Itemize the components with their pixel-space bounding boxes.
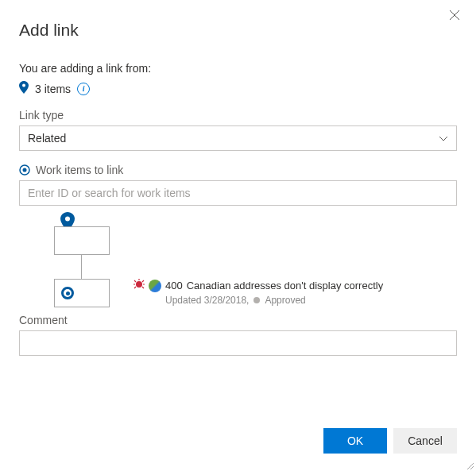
status-dot-icon	[253, 297, 260, 303]
work-item-updated: Updated 3/28/2018,	[165, 295, 249, 306]
ok-button[interactable]: OK	[323, 428, 387, 454]
diagram-target-node	[54, 279, 110, 307]
bug-icon	[134, 279, 145, 292]
dialog-subtitle: You are adding a link from:	[19, 62, 457, 75]
resize-grip-icon[interactable]	[465, 460, 474, 469]
diagram-connector	[81, 255, 82, 279]
work-items-label: Work items to link	[19, 164, 457, 176]
chevron-down-icon	[439, 132, 448, 145]
cancel-button[interactable]: Cancel	[393, 428, 457, 454]
diagram-target-icon	[61, 287, 74, 299]
link-type-value: Related	[28, 132, 66, 145]
work-item-title: Canadian addresses don't display correct…	[187, 280, 383, 291]
linked-work-item[interactable]: 400 Canadian addresses don't display cor…	[134, 279, 383, 306]
link-type-label: Link type	[19, 109, 457, 122]
comment-input[interactable]	[19, 330, 457, 356]
info-icon[interactable]: i	[77, 83, 90, 95]
target-bullet-icon	[19, 164, 30, 176]
pin-icon	[19, 81, 29, 96]
diagram-source-node	[54, 226, 110, 255]
close-icon[interactable]	[449, 10, 462, 22]
items-count: 3 items	[35, 83, 71, 95]
relationship-diagram: 400 Canadian addresses don't display cor…	[35, 214, 457, 309]
work-items-search-input[interactable]	[19, 180, 457, 206]
work-item-state: Approved	[265, 295, 305, 306]
svg-point-2	[23, 168, 27, 172]
svg-point-4	[136, 281, 142, 288]
link-type-select[interactable]: Related	[19, 125, 457, 151]
dialog-title: Add link	[19, 21, 457, 40]
svg-point-3	[65, 216, 70, 221]
avatar	[149, 280, 161, 292]
comment-label: Comment	[19, 314, 457, 326]
svg-point-0	[22, 84, 25, 87]
items-from-row: 3 items i	[19, 81, 457, 96]
work-item-id: 400	[165, 280, 183, 291]
